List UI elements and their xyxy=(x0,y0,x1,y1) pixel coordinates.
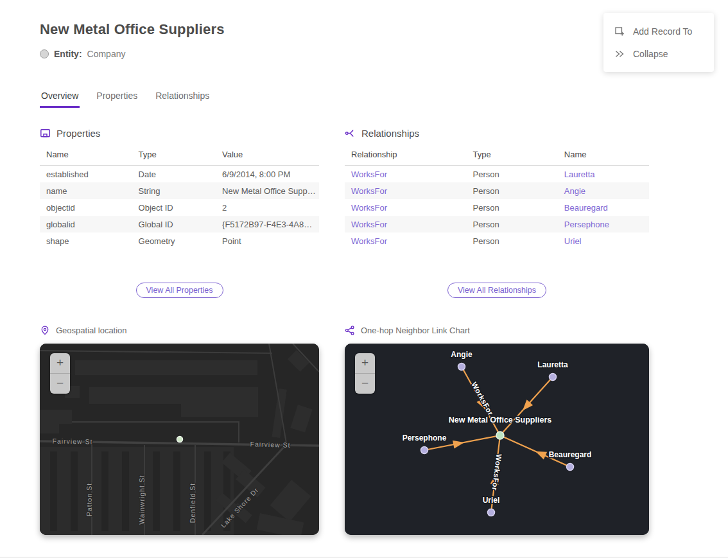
section-title: Properties xyxy=(56,128,100,139)
table-row: WorksForPersonAngie xyxy=(345,182,649,199)
name-link[interactable]: Beauregard xyxy=(564,203,608,213)
column-header: Name xyxy=(40,147,132,166)
zoom-in-button[interactable]: + xyxy=(50,353,70,373)
name-cell: Lauretta xyxy=(558,166,649,183)
node-label: Angie xyxy=(451,350,472,359)
relationship-cell: WorksFor xyxy=(345,182,467,199)
menu-item-collapse[interactable]: Collapse xyxy=(614,49,714,59)
value-cell: 2 xyxy=(216,199,319,216)
table-row: WorksForPersonBeauregard xyxy=(345,199,649,216)
relationship-link[interactable]: WorksFor xyxy=(351,236,387,246)
type-cell: Global ID xyxy=(132,216,216,232)
map-pin-icon xyxy=(40,325,50,336)
type-cell: Geometry xyxy=(132,232,216,249)
menu-item-label: Collapse xyxy=(633,49,668,59)
chart-zoom-control: + − xyxy=(355,353,375,394)
table-row: establishedDate6/9/2014, 8:00 PM xyxy=(40,166,319,183)
name-link[interactable]: Persephone xyxy=(564,220,609,229)
name-cell: shape xyxy=(40,232,132,249)
table-row: WorksForPersonPersephone xyxy=(345,216,649,232)
type-cell: Person xyxy=(467,182,558,199)
table-row: nameStringNew Metal Office Suppliers xyxy=(40,182,319,199)
value-cell: Point xyxy=(216,232,319,249)
node-label: Lauretta xyxy=(537,360,568,369)
name-cell: Angie xyxy=(558,182,649,199)
view-all-properties-button[interactable]: View All Properties xyxy=(136,283,223,298)
collapse-icon xyxy=(614,49,625,59)
column-header: Value xyxy=(216,147,319,166)
tab-overview[interactable]: Overview xyxy=(40,91,80,108)
entity-location-marker[interactable] xyxy=(177,437,183,442)
chart-node-center[interactable] xyxy=(496,432,504,439)
relationships-table-header-row: RelationshipTypeName xyxy=(345,147,649,166)
name-link[interactable]: Angie xyxy=(564,186,585,196)
add-record-icon xyxy=(614,26,625,37)
column-header: Type xyxy=(467,147,558,166)
street-label: Wainwright St xyxy=(138,475,146,524)
relationship-link[interactable]: WorksFor xyxy=(351,170,387,179)
chart-node-beauregard[interactable] xyxy=(567,464,574,471)
context-menu: Add Record To Collapse xyxy=(603,13,714,72)
table-row: WorksForPersonUriel xyxy=(345,232,649,249)
column-header: Relationship xyxy=(345,147,467,166)
tab-bar: Overview Properties Relationships xyxy=(40,91,211,108)
properties-section-header: Properties xyxy=(40,128,319,139)
chart-node-persephone[interactable] xyxy=(421,447,428,454)
zoom-out-button[interactable]: − xyxy=(50,373,70,394)
type-cell: Person xyxy=(467,232,558,249)
name-cell: objectid xyxy=(40,199,132,216)
relationship-cell: WorksFor xyxy=(345,232,467,249)
link-chart: WorksForWorksForAngieLaurettaPersephoneB… xyxy=(345,344,649,535)
name-cell: globalid xyxy=(40,216,132,232)
tab-relationships[interactable]: Relationships xyxy=(154,91,211,108)
relationship-cell: WorksFor xyxy=(345,166,467,183)
relationship-link[interactable]: WorksFor xyxy=(351,203,387,213)
relationship-link[interactable]: WorksFor xyxy=(351,186,387,196)
entity-label: Entity: xyxy=(54,49,82,59)
map-section: Geospatial location xyxy=(40,323,319,535)
table-row: objectidObject ID2 xyxy=(40,199,319,216)
menu-item-label: Add Record To xyxy=(633,26,692,37)
value-cell: New Metal Office Suppliers xyxy=(216,182,319,199)
entity-badge: Entity: Company xyxy=(40,49,125,59)
chart-node-uriel[interactable] xyxy=(488,509,495,516)
column-header: Name xyxy=(558,147,649,166)
type-cell: Person xyxy=(467,199,558,216)
street-label: Fairview St xyxy=(250,440,290,449)
view-all-relationships-button[interactable]: View All Relationships xyxy=(447,283,546,298)
properties-section: Properties NameTypeValue establishedDate… xyxy=(40,126,319,298)
link-chart-section-header: One-hop Neighbor Link Chart xyxy=(345,325,649,336)
zoom-out-button[interactable]: − xyxy=(355,373,375,394)
name-cell: name xyxy=(40,182,132,199)
column-header: Type xyxy=(132,147,216,166)
node-label: Uriel xyxy=(483,496,500,505)
relationships-section-header: Relationships xyxy=(345,128,649,139)
value-cell: {F5172B97-F4E3-4A83-8… xyxy=(216,216,319,232)
name-link[interactable]: Uriel xyxy=(564,236,582,246)
name-cell: Beauregard xyxy=(558,199,649,216)
map-zoom-control: + − xyxy=(50,353,70,394)
chart-node-lauretta[interactable] xyxy=(550,374,557,381)
map-canvas[interactable]: Fairview StFairview StPatton StWainwrigh… xyxy=(40,344,319,535)
chart-node-angie[interactable] xyxy=(458,363,465,371)
name-link[interactable]: Lauretta xyxy=(564,170,595,179)
tab-properties[interactable]: Properties xyxy=(95,91,139,108)
menu-item-add-record-to[interactable]: Add Record To xyxy=(614,26,714,37)
map-section-header: Geospatial location xyxy=(40,325,319,336)
center-node-label: New Metal Office Suppliers xyxy=(449,416,552,424)
street-label: Denfield St xyxy=(189,483,196,523)
type-cell: Object ID xyxy=(132,199,216,216)
section-title: Geospatial location xyxy=(56,326,127,335)
street-label: Patton St xyxy=(85,483,93,516)
link-chart-icon xyxy=(345,325,355,336)
zoom-in-button[interactable]: + xyxy=(355,353,375,373)
entity-type-value: Company xyxy=(87,49,126,59)
type-cell: Person xyxy=(467,166,558,183)
link-chart-canvas[interactable]: WorksForWorksForAngieLaurettaPersephoneB… xyxy=(345,344,649,535)
node-label: Persephone xyxy=(403,433,447,442)
section-title: One-hop Neighbor Link Chart xyxy=(361,326,470,335)
street-label: Fairview St xyxy=(53,437,93,445)
relationship-link[interactable]: WorksFor xyxy=(351,220,387,229)
type-cell: Person xyxy=(467,216,558,232)
link-chart-section: One-hop Neighbor Link Chart WorksForWork… xyxy=(345,323,649,535)
